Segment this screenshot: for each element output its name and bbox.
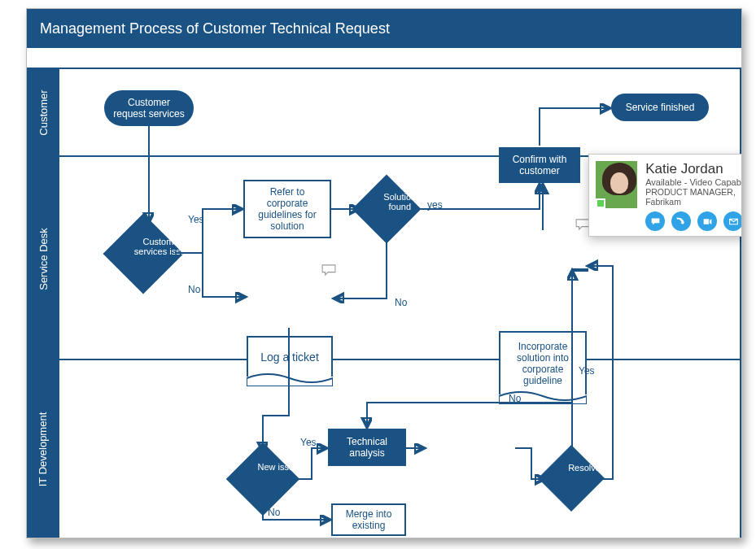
contact-actions — [645, 211, 742, 231]
mail-icon[interactable] — [723, 211, 742, 231]
avatar — [596, 161, 637, 208]
lane-header-customer: Customer — [27, 68, 59, 157]
label-yes-1: Yes — [188, 214, 204, 225]
contact-status: Available - Video Capable — [645, 177, 742, 187]
phone-icon[interactable] — [671, 211, 691, 231]
label-no-4: No — [509, 393, 521, 404]
label-no-1: No — [188, 284, 200, 295]
label-yes-3: Yes — [579, 365, 595, 377]
node-refer-guidelines[interactable]: Refer to corporate guidelines for soluti… — [243, 180, 331, 238]
label-yes-lc: yes — [427, 199, 443, 211]
contact-card[interactable]: Katie Jordan Available - Video Capable P… — [588, 154, 742, 237]
lane-label-itdev: IT Development — [37, 412, 50, 486]
node-technical-analysis[interactable]: Technical analysis — [328, 429, 406, 466]
lane-header-itdev: IT Development — [27, 360, 59, 538]
diagram-frame: Management Process of Customer Technical… — [26, 8, 742, 538]
chat-icon[interactable] — [645, 211, 665, 231]
contact-name: Katie Jordan — [645, 161, 742, 177]
node-incorporate-guideline[interactable]: Incorporate solution into corporate guid… — [499, 331, 587, 394]
label-yes-2: Yes — [300, 437, 317, 448]
comment-icon[interactable] — [321, 264, 336, 276]
label-no-3: No — [268, 507, 280, 518]
lane-label-servicedesk: Service Desk — [37, 228, 50, 290]
lane-label-customer: Customer — [37, 89, 50, 135]
node-log-ticket[interactable]: Log a ticket — [247, 336, 333, 377]
node-service-finished[interactable]: Service finished — [611, 94, 709, 121]
node-confirm-customer[interactable]: Confirm with customer — [499, 147, 580, 183]
video-icon[interactable] — [697, 211, 717, 231]
diagram-title: Management Process of Customer Technical… — [40, 20, 390, 37]
node-merge-existing[interactable]: Merge into existing — [331, 503, 406, 536]
presence-indicator — [596, 198, 605, 208]
title-gap — [27, 48, 741, 68]
node-customer-request[interactable]: Customer request services — [104, 90, 194, 126]
diagram-title-bar: Management Process of Customer Technical… — [27, 9, 741, 48]
lane-header-servicedesk: Service Desk — [27, 157, 59, 360]
label-no-2: No — [395, 297, 407, 308]
contact-role: PRODUCT MANAGER, Fabrikam — [645, 187, 742, 207]
contact-info: Katie Jordan Available - Video Capable P… — [645, 161, 742, 231]
